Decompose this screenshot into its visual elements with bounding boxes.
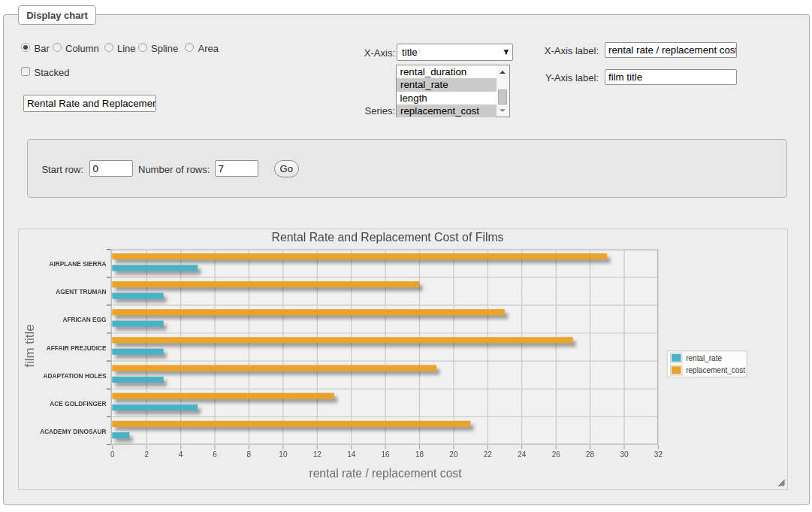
svg-text:26: 26: [552, 450, 561, 459]
svg-text:Rental Rate and Replacement Co: Rental Rate and Replacement Cost of Film…: [271, 231, 503, 244]
svg-text:18: 18: [415, 450, 424, 459]
svg-text:AFRICAN EGG: AFRICAN EGG: [62, 316, 106, 323]
svg-text:ACE GOLDFINGER: ACE GOLDFINGER: [50, 400, 106, 407]
svg-text:22: 22: [484, 450, 493, 459]
svg-text:0: 0: [110, 450, 115, 459]
svg-text:16: 16: [382, 450, 391, 459]
svg-text:24: 24: [518, 450, 527, 459]
svg-text:AFFAIR PREJUDICE: AFFAIR PREJUDICE: [47, 344, 107, 352]
svg-text:rental rate / replacement cost: rental rate / replacement cost: [309, 467, 462, 480]
svg-text:30: 30: [620, 450, 629, 459]
svg-text:4: 4: [179, 450, 183, 459]
svg-text:32: 32: [654, 450, 663, 459]
svg-text:AIRPLANE SIERRA: AIRPLANE SIERRA: [49, 260, 106, 268]
svg-text:ACADEMY DINOSAUR: ACADEMY DINOSAUR: [40, 428, 106, 435]
svg-text:12: 12: [313, 450, 322, 459]
svg-text:ADAPTATION HOLES: ADAPTATION HOLES: [43, 372, 107, 380]
svg-text:film title: film title: [23, 324, 37, 368]
svg-text:10: 10: [279, 450, 288, 459]
svg-text:20: 20: [449, 450, 458, 459]
svg-text:14: 14: [347, 450, 356, 459]
svg-text:replacement_cost: replacement_cost: [686, 366, 745, 374]
svg-text:28: 28: [586, 450, 595, 459]
svg-text:2: 2: [144, 450, 149, 459]
svg-text:rental_rate: rental_rate: [686, 354, 722, 362]
svg-text:6: 6: [213, 450, 217, 459]
svg-text:AGENT TRUMAN: AGENT TRUMAN: [56, 288, 106, 295]
svg-text:8: 8: [247, 450, 252, 459]
